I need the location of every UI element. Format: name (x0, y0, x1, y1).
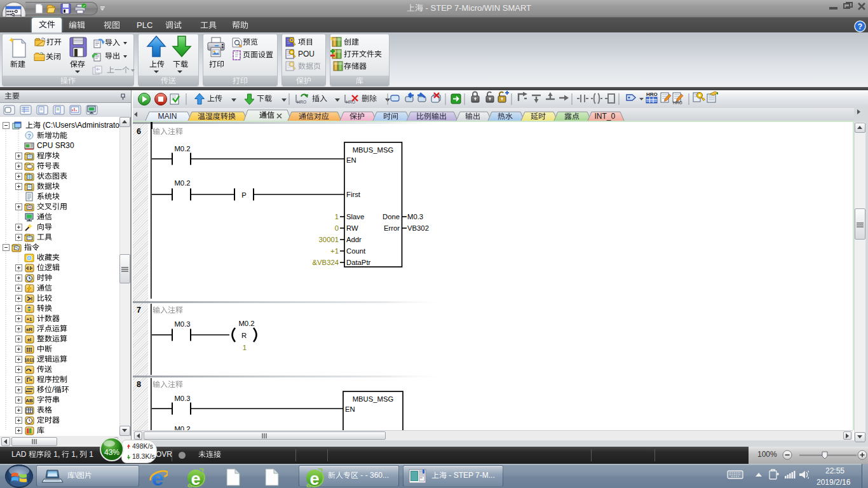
svg-text:M0.3: M0.3 (174, 395, 190, 402)
svg-text:DataPtr: DataPtr (346, 259, 371, 266)
svg-text:±I: ±I (27, 337, 32, 342)
svg-text:e: e (309, 470, 319, 488)
svg-text:VB302: VB302 (407, 224, 429, 232)
svg-text:HRO: HRO (673, 100, 682, 105)
svg-text:43%: 43% (104, 448, 119, 457)
svg-text:498K/s: 498K/s (132, 442, 153, 450)
svg-text:Slave: Slave (346, 213, 364, 220)
svg-text:e: e (191, 470, 200, 488)
svg-text:M0.2: M0.2 (174, 425, 190, 430)
svg-text:P: P (241, 191, 247, 199)
svg-text:R: R (241, 332, 247, 339)
svg-text:Count: Count (346, 247, 366, 255)
svg-text:RW: RW (346, 224, 358, 232)
svg-text:AB: AB (25, 398, 33, 403)
svg-text:M0.3: M0.3 (174, 320, 190, 328)
svg-text:1: 1 (243, 344, 247, 351)
svg-text:0: 0 (335, 224, 339, 232)
svg-text:MBUS_MSG: MBUS_MSG (353, 395, 394, 403)
svg-text:30001: 30001 (319, 236, 339, 243)
svg-text:7: 7 (137, 306, 141, 315)
svg-text:HRO: HRO (646, 92, 658, 97)
svg-text:?: ? (858, 22, 862, 31)
svg-text:6: 6 (137, 127, 141, 136)
svg-text:EN: EN (345, 405, 355, 413)
svg-text:M0.3: M0.3 (407, 213, 423, 220)
svg-text:1: 1 (335, 213, 339, 220)
svg-text:±R: ±R (26, 327, 32, 332)
svg-text:Error: Error (384, 224, 400, 232)
svg-text:First: First (346, 191, 361, 198)
svg-text:M0.2: M0.2 (174, 145, 190, 152)
svg-text:Addr: Addr (346, 236, 362, 243)
svg-text:Done: Done (383, 213, 400, 220)
svg-text:18.3K/s: 18.3K/s (132, 452, 155, 460)
svg-text:&VB324: &VB324 (313, 259, 339, 266)
svg-text:?: ? (27, 133, 31, 139)
svg-text:M0.2: M0.2 (174, 179, 190, 187)
svg-text:M0.2: M0.2 (238, 320, 254, 327)
svg-text:+1: +1 (330, 247, 339, 255)
svg-text:MBUS_MSG: MBUS_MSG (353, 146, 394, 154)
svg-text:1011: 1011 (24, 358, 34, 362)
svg-text:+1: +1 (26, 316, 32, 322)
svg-text:EN: EN (346, 156, 356, 164)
svg-text:8: 8 (137, 380, 141, 389)
